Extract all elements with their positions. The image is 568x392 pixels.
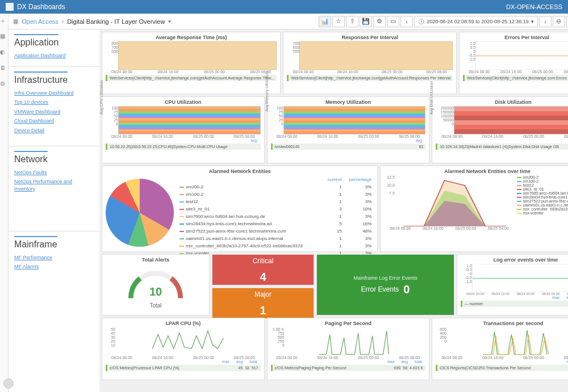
panel-title: Responses Per Interval <box>287 35 453 40</box>
grid-icon[interactable]: ▦ <box>0 33 8 41</box>
link-netops-faults[interactable]: NetOps Faults <box>14 169 94 176</box>
pie-chart <box>106 179 174 247</box>
time-range-label: 2020-08-24 02:08:59 to 2020-08-25 12:36:… <box>427 19 529 24</box>
panel-legend: WebServices|Client|http_://service.jtixc… <box>463 75 568 81</box>
chart-area <box>118 106 261 134</box>
share-button[interactable]: ⇪ <box>346 16 358 27</box>
panel-title: Memory Utilization <box>271 99 426 105</box>
doc-icon[interactable]: 🗎 <box>0 65 8 73</box>
sidebox-title: Mainframe <box>14 236 57 250</box>
chart-line <box>475 41 568 70</box>
panel-art[interactable]: Average Response Time (ms) 800700600 08/… <box>102 32 281 94</box>
sidebox-mainframe: Mainframe MF Performance MF Alarms <box>9 231 99 392</box>
breadcrumb-sep: › <box>62 18 64 24</box>
panel-cpu[interactable]: CPU Utilization Avg CPU Utilization10075… <box>102 96 265 163</box>
panel-legend: 10.50.22.25|2010.50.22.25;CPU.#6|System.… <box>106 144 261 150</box>
panel-title: Errors Per Interval <box>463 35 568 40</box>
back-icon[interactable]: ◐ <box>0 49 8 57</box>
sidebox-title: Application <box>14 34 59 48</box>
gear-icon[interactable]: ⚙ <box>0 81 8 88</box>
card-mf-log-errors[interactable]: Mainframe Log Error Events Error Events0 <box>316 254 454 315</box>
chevron-down-icon: ▾ <box>531 19 534 24</box>
card-critical[interactable]: Critical4 <box>212 254 314 285</box>
sidebox-infrastructure: Infrastructure Infra Overview Dashboard … <box>9 67 99 146</box>
link-vmware[interactable]: VMWare Dashboard <box>14 108 94 116</box>
star-button[interactable]: ☆ <box>332 16 345 27</box>
time-back-button[interactable]: ‹ <box>400 16 413 27</box>
link-infra-overview[interactable]: Infra Overview Dashboard <box>14 90 94 97</box>
panel-mem[interactable]: Memory Utilization Avg Memory Utilizatio… <box>267 96 430 163</box>
card-value: 1 <box>260 304 266 317</box>
entity-table: currentpercentage vm200-213%vm100-213%te… <box>177 175 374 258</box>
link-application-dashboard[interactable]: Application Dashboard <box>14 52 94 60</box>
panel-legend: WebServices|Client|http_://service.jtixc… <box>106 75 277 81</box>
tenant-label: DX-OPEN-ACCESS <box>506 3 562 10</box>
panel-legend: WebServices|Client|http_://service.jtixc… <box>287 75 453 81</box>
sidebox-title: Infrastructure <box>14 71 68 85</box>
breadcrumb-caret[interactable]: ▾ <box>168 18 171 24</box>
panel-legend: z/OS Metrics|Paging:Paging Per Second690… <box>271 365 426 371</box>
chart-area <box>118 41 277 70</box>
chart-area <box>299 41 453 70</box>
save-button[interactable]: 💾 <box>360 16 372 27</box>
grid-small-icon[interactable]: ▦ <box>13 18 18 24</box>
panel-title: LPAR CPU (%) <box>106 321 261 326</box>
left-rail: ＋ ▦ ◐ 🗎 ⚙ <box>0 14 9 392</box>
card-title: Mainframe Log Error Events <box>353 275 417 281</box>
panel-log-errors-over-time[interactable]: Log error events over time 1.00.50-0.5-1… <box>457 254 568 315</box>
link-mf-perf[interactable]: MF Performance <box>14 254 94 262</box>
clock-icon: 🕓 <box>418 19 424 24</box>
zoom-out-button[interactable]: ⊖ <box>553 16 565 27</box>
panel-epi[interactable]: Errors Per Interval 1.00.50-0.5-1.0 08/2… <box>459 32 568 94</box>
panel-tps[interactable]: Transactions per second 6004002000 08/24… <box>432 318 568 380</box>
app-logo-icon <box>6 3 14 11</box>
time-fwd-button[interactable]: › <box>539 16 552 27</box>
app-title: DX Dashboards <box>6 3 65 11</box>
breadcrumb-bar: ▦ Open Access › Digital Banking - IT Lay… <box>9 14 568 29</box>
over-time-legend: vm200-2vm100-2test12site3_rtr_01sim7600:… <box>517 175 568 230</box>
chart-area <box>283 106 426 134</box>
panel-title: Disk Utilization <box>436 99 568 105</box>
spark-line <box>284 327 425 356</box>
link-device-detail[interactable]: Device Detail <box>14 127 94 134</box>
panel-legend: lvndev00014583 <box>271 144 426 150</box>
card-major[interactable]: Major1 <box>212 288 314 319</box>
panel-total-alerts[interactable]: Total Alerts 10 Total <box>102 254 210 315</box>
panel-lpar-cpu[interactable]: LPAR CPU (%) 5040302010 08/24 08:0008/24… <box>102 318 265 380</box>
panel-disk[interactable]: Disk Utilization Avg Disk Utilization200… <box>432 96 568 163</box>
settings-button[interactable]: ⚙ <box>373 16 386 27</box>
chart-area <box>454 106 568 134</box>
panel-title: Alarmed Network Entities over time <box>384 168 568 174</box>
tv-button[interactable]: ▭ <box>387 16 399 27</box>
side-column: Application Application Dashboard Infras… <box>9 29 99 392</box>
top-bar: DX Dashboards DX-OPEN-ACCESS <box>0 0 568 14</box>
add-icon[interactable]: ＋ <box>0 17 8 25</box>
panel-legend: CICS Regions|CICSD251:Transactions Per S… <box>436 365 568 371</box>
card-value: 4 <box>260 271 266 284</box>
breadcrumb-root[interactable]: Open Access <box>22 18 59 25</box>
sidebox-title: Network <box>14 151 48 165</box>
time-picker[interactable]: 🕓 2020-08-24 02:08:59 to 2020-08-25 12:3… <box>414 16 538 27</box>
panel-add-button[interactable]: 📊 <box>319 16 331 27</box>
link-netops-perf[interactable]: NetOps Performance and Inventory <box>14 178 94 192</box>
card-label: Error Events <box>361 285 399 293</box>
svg-marker-2 <box>403 201 506 226</box>
panel-paging[interactable]: Paging Per Second 1.00 K7505002500 08/24… <box>267 318 430 380</box>
panel-alarmed-over-time[interactable]: Alarmed Network Entities over time 12.51… <box>380 166 568 252</box>
gauge: 10 <box>124 267 187 301</box>
user-avatar[interactable] <box>3 378 14 389</box>
panel-title: Total Alerts <box>106 257 206 263</box>
link-top10[interactable]: Top 10 devices <box>14 99 94 106</box>
breadcrumb-current[interactable]: Digital Banking - IT Layer Overview <box>67 18 165 25</box>
link-mf-alarms[interactable]: MF Alarms <box>14 263 94 271</box>
panel-title: CPU Utilization <box>106 99 261 105</box>
panel-title: Alarmed Network Entities <box>106 168 374 174</box>
panel-title: Transactions per second <box>436 321 568 326</box>
panel-alarmed-entities[interactable]: Alarmed Network Entities currentpercenta… <box>102 166 378 252</box>
sidebox-application: Application Application Dashboard <box>9 29 99 67</box>
sidebox-network: Network NetOps Faults NetOps Performance… <box>9 146 99 231</box>
stacked-area <box>395 175 515 226</box>
toolbar: 📊 ☆ ⇪ 💾 ⚙ ▭ ‹ 🕓 2020-08-24 02:08:59 to 2… <box>319 16 568 27</box>
panel-legend: z/OS Metrics|Processor:LPAR CPU (%)45 18… <box>106 365 261 371</box>
link-cloud[interactable]: Cloud Dashboard <box>14 117 94 125</box>
